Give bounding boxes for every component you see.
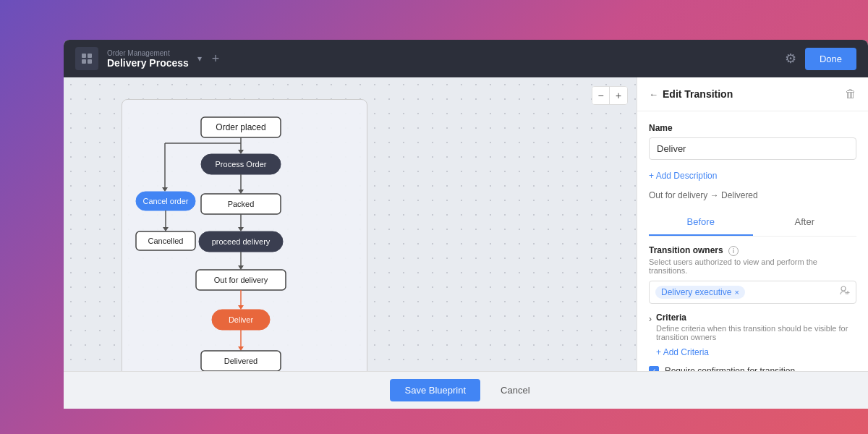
svg-marker-28 — [238, 265, 244, 270]
svg-rect-3 — [88, 59, 92, 64]
panel-title: Edit Transition — [663, 88, 733, 100]
owners-tag-input[interactable]: Delivery executive × — [649, 281, 856, 304]
cancel-button[interactable]: Cancel — [489, 379, 541, 401]
header-title: Delivery Process — [107, 57, 189, 69]
tag-close-icon[interactable]: × — [734, 288, 739, 297]
header-breadcrumb: Order Management — [107, 49, 189, 57]
done-button[interactable]: Done — [805, 48, 856, 70]
zoom-out-button[interactable]: − — [592, 87, 610, 104]
svg-text:Out for delivery: Out for delivery — [214, 276, 268, 284]
confirmation-checkbox-row: Require confirmation for transition — [649, 366, 856, 371]
owners-info-icon: i — [728, 246, 739, 256]
svg-text:Deliver: Deliver — [229, 315, 254, 324]
criteria-desc: Define criteria when this transition sho… — [656, 324, 856, 341]
app-logo — [75, 47, 98, 70]
tab-before[interactable]: Before — [649, 209, 753, 236]
criteria-label: Criteria — [656, 312, 856, 323]
add-owner-icon[interactable] — [840, 286, 850, 299]
svg-text:Order placed: Order placed — [216, 122, 265, 132]
transition-info: Out for delivery → Delivered — [649, 190, 856, 200]
tab-after[interactable]: After — [753, 209, 857, 236]
delivery-executive-tag: Delivery executive × — [655, 286, 745, 299]
before-after-tabs: Before After — [649, 209, 856, 237]
criteria-chevron-icon[interactable]: › — [649, 314, 652, 324]
owners-desc: Select users authorized to view and perf… — [649, 258, 856, 275]
svg-text:Cancelled: Cancelled — [148, 237, 184, 245]
svg-text:Cancel order: Cancel order — [143, 197, 189, 205]
svg-text:proceed delivery: proceed delivery — [212, 237, 271, 246]
svg-marker-32 — [238, 305, 244, 310]
panel-body: Name + Add Description Out for delivery … — [637, 111, 868, 371]
flow-diagram: Order placed Cancel order — [122, 99, 367, 371]
transition-owners-section: Transition owners i Select users authori… — [649, 245, 856, 304]
name-label: Name — [649, 123, 856, 133]
svg-text:Process Order: Process Order — [216, 160, 267, 169]
delete-icon[interactable]: 🗑 — [845, 88, 856, 101]
bottom-bar: Save Blueprint Cancel — [64, 371, 868, 409]
header-chevron-icon[interactable]: ▾ — [197, 54, 202, 64]
confirmation-checkbox[interactable] — [649, 366, 659, 371]
name-field-group: Name — [649, 123, 856, 160]
add-description-link[interactable]: + Add Description — [649, 169, 856, 182]
panel-header: ← Edit Transition 🗑 — [637, 77, 868, 111]
header-title-group: Order Management Delivery Process — [107, 49, 189, 69]
confirmation-section: Require confirmation for transition Mess… — [649, 366, 856, 371]
save-blueprint-button[interactable]: Save Blueprint — [390, 379, 480, 401]
panel-back-button[interactable]: ← Edit Transition — [649, 88, 845, 100]
flow-canvas[interactable]: − + Order placed — [64, 77, 637, 371]
settings-icon[interactable]: ⚙ — [785, 51, 796, 67]
svg-text:Packed: Packed — [228, 200, 255, 208]
svg-rect-2 — [82, 59, 86, 64]
svg-marker-7 — [238, 150, 244, 154]
confirmation-label: Require confirmation for transition — [665, 366, 795, 371]
edit-transition-panel: ← Edit Transition 🗑 Name + Add Descripti… — [637, 77, 868, 371]
app-body: − + Order placed — [64, 77, 868, 371]
svg-point-39 — [841, 286, 846, 291]
header-add-icon[interactable]: + — [212, 51, 220, 67]
add-criteria-link[interactable]: + Add Criteria — [656, 347, 856, 357]
svg-marker-24 — [238, 227, 244, 231]
svg-marker-10 — [162, 187, 168, 192]
name-input[interactable] — [649, 137, 856, 160]
back-arrow-icon: ← — [649, 89, 658, 100]
criteria-section: › Criteria Define criteria when this tra… — [649, 312, 856, 357]
svg-marker-36 — [238, 346, 244, 351]
svg-rect-0 — [82, 54, 86, 58]
svg-text:Delivered: Delivered — [224, 357, 258, 365]
svg-marker-20 — [238, 190, 244, 194]
zoom-in-button[interactable]: + — [610, 87, 627, 104]
svg-marker-14 — [163, 227, 169, 231]
zoom-controls: − + — [592, 86, 628, 105]
app-header: Order Management Delivery Process ▾ + ⚙ … — [64, 40, 868, 77]
svg-rect-1 — [88, 54, 92, 58]
